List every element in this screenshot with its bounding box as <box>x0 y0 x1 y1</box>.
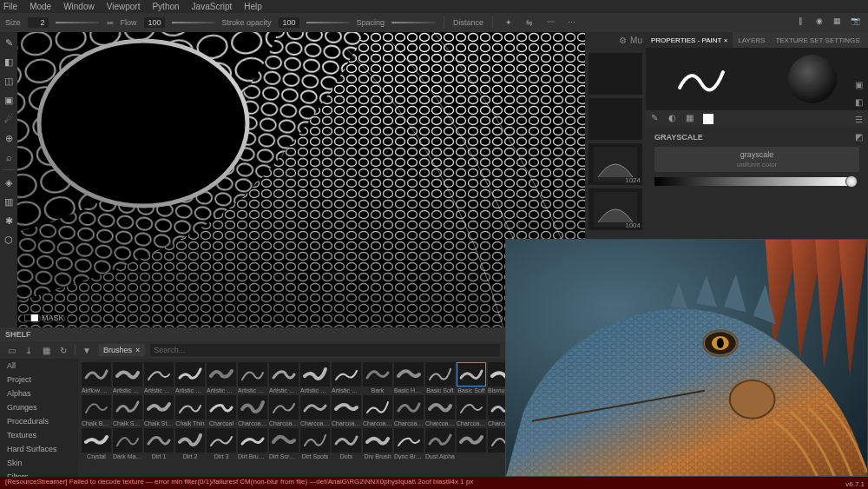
shelf-category-grunges[interactable]: Grunges <box>0 400 78 414</box>
dock4-icon[interactable]: ◩ <box>855 132 865 142</box>
brush-item[interactable]: Chalk Thin <box>175 395 205 426</box>
shelf-category-hard-surfaces[interactable]: Hard Surfaces <box>0 442 78 456</box>
channel-thumb-2[interactable] <box>589 98 642 140</box>
menu-mode[interactable]: Mode <box>30 2 51 11</box>
menu-javascript[interactable]: JavaScript <box>192 2 233 11</box>
brush-item[interactable]: Chalk Strong <box>144 395 174 426</box>
lazy-mouse-icon[interactable]: 〰 <box>543 16 557 30</box>
brush-item[interactable]: Charcoal Sh... <box>425 395 455 426</box>
color-checkbox-icon[interactable] <box>703 114 713 124</box>
brush-item[interactable]: Crystal <box>82 428 111 459</box>
brush-item[interactable]: Bark <box>363 362 392 393</box>
brush-item[interactable]: Dirt 3 <box>207 428 236 459</box>
brush-tool-icon[interactable]: ✎ <box>2 36 16 50</box>
link-icon[interactable]: ⫘ <box>106 18 114 27</box>
brush-item[interactable]: Basic Hard <box>394 362 424 393</box>
brush-item[interactable]: Charcoal Li... <box>269 395 299 426</box>
brush-item[interactable]: Charcoal Wi... <box>488 395 505 426</box>
tab-properties-paint[interactable]: PROPERTIES - PAINT × <box>646 32 733 48</box>
smudge-tool-icon[interactable]: ☄ <box>2 112 16 126</box>
brush-item[interactable]: Charcoal Li... <box>300 395 330 426</box>
channel-thumb-4[interactable]: 1004 <box>589 188 642 230</box>
brush-item[interactable]: Artistic Print <box>207 362 236 393</box>
menu-help[interactable]: Help <box>244 2 262 11</box>
brush-item[interactable]: Chalk Bumpy <box>82 395 111 426</box>
picker-tool-icon[interactable]: ⌕ <box>2 150 16 164</box>
viewport-3d[interactable] <box>17 32 585 327</box>
dock3-icon[interactable]: ☰ <box>855 115 865 125</box>
render-icon[interactable]: ▦ <box>833 17 845 29</box>
fill-tool-icon[interactable]: ▣ <box>2 93 16 107</box>
menu-file[interactable]: File <box>3 2 17 11</box>
brush-item[interactable]: Artistic Flan... <box>144 362 174 393</box>
brush-item[interactable]: Bismuth Bru... <box>488 362 505 393</box>
opacity-slider[interactable] <box>306 22 350 23</box>
brush-item[interactable]: Dirt 1 <box>144 428 174 459</box>
brush-item[interactable]: Dirt Brushed <box>238 428 267 459</box>
flow-value[interactable]: 100 <box>144 17 165 28</box>
reload-icon[interactable]: ↻ <box>57 344 69 356</box>
import-icon[interactable]: ⤓ <box>23 344 35 356</box>
brush-item[interactable]: Artistic Har... <box>175 362 205 393</box>
symmetry-icon[interactable]: ✦ <box>502 16 516 30</box>
camera-icon[interactable]: 📷 <box>851 17 863 29</box>
size-value[interactable]: 2 <box>28 17 49 28</box>
opacity-value[interactable]: 100 <box>279 17 299 28</box>
brush-item[interactable]: Dark Marbles <box>113 428 142 459</box>
shelf-category-procedurals[interactable]: Procedurals <box>0 414 78 428</box>
channel-settings-icon[interactable]: ⚙ <box>619 36 627 50</box>
brush-item[interactable]: Artistic Soft <box>332 362 361 393</box>
brush-item[interactable]: Dirt Scratch <box>269 428 299 459</box>
channel-mute-icon[interactable]: Mu <box>630 36 642 50</box>
reference-image-panel[interactable] <box>505 239 868 477</box>
shelf-category-textures[interactable]: Textures <box>0 428 78 442</box>
misc-tool-icon[interactable]: ⬡ <box>2 233 16 247</box>
more-icon[interactable]: ⋯ <box>564 16 578 30</box>
shelf-category-project[interactable]: Project <box>0 373 78 387</box>
tab-display-settings[interactable]: DISPLAY SETTINGS <box>865 32 868 48</box>
shelf-category-filters[interactable]: Filters <box>0 470 78 477</box>
brush-item[interactable]: Dync Brushed <box>394 428 424 459</box>
tab-texture-set[interactable]: TEXTURE SET SETTINGS <box>770 32 865 48</box>
brush-item[interactable]: Dirt Spots <box>300 428 330 459</box>
brush-item[interactable]: Artistic Soft <box>300 362 330 393</box>
brush-item[interactable]: Airflow Wipe <box>82 362 111 393</box>
close-icon[interactable]: × <box>724 36 728 44</box>
spacing-slider[interactable] <box>391 22 435 23</box>
shelf-tab-brushes[interactable]: Brushes× <box>98 344 145 356</box>
channel-thumb-1[interactable] <box>589 53 642 95</box>
brush-item[interactable]: Charcoal M... <box>332 395 361 426</box>
stencil-mode-icon[interactable]: ▦ <box>686 113 698 125</box>
dock1-icon[interactable]: ▣ <box>855 80 865 90</box>
brush-item[interactable]: Basic Soft <box>425 362 455 393</box>
brush-item[interactable]: Artistic Sha... <box>238 362 267 393</box>
size-slider[interactable] <box>56 22 99 23</box>
mirror-icon[interactable]: ⇋ <box>523 16 536 30</box>
brush-item[interactable]: Dirt 2 <box>175 428 205 459</box>
brush-item[interactable]: Charcoal Fine <box>238 395 267 426</box>
material-tool-icon[interactable]: ◈ <box>2 175 16 189</box>
shelf-category-all[interactable]: All <box>0 359 78 373</box>
shelf-category-alphas[interactable]: Alphas <box>0 387 78 400</box>
folder-icon[interactable]: ▭ <box>5 344 17 356</box>
brush-item[interactable]: Charcoal M... <box>363 395 392 426</box>
view-icon[interactable]: ▦ <box>40 344 52 356</box>
filter-icon[interactable]: ▼ <box>81 344 93 356</box>
brush-item[interactable]: Dots <box>332 428 361 459</box>
tab-layers[interactable]: LAYERS <box>733 32 770 48</box>
brush-item[interactable]: Basic Soft <box>457 362 486 393</box>
brush-item[interactable]: Dry Brush <box>363 428 392 459</box>
brush-item[interactable]: Artistic Soft <box>269 362 299 393</box>
clone-tool-icon[interactable]: ⊕ <box>2 131 16 145</box>
grayscale-mode[interactable]: grayscale <box>740 150 774 159</box>
brush-item[interactable] <box>457 428 486 459</box>
brush-mode-icon[interactable]: ✎ <box>651 113 663 125</box>
uv-tool-icon[interactable]: ▥ <box>2 195 16 208</box>
brush-item[interactable]: Dust Alpha <box>425 428 455 459</box>
close-icon[interactable]: × <box>135 346 140 354</box>
pause-icon[interactable]: ‖ <box>799 17 811 29</box>
channel-thumb-3[interactable]: 1024 <box>589 143 642 185</box>
menu-window[interactable]: Window <box>63 2 95 11</box>
alpha-mode-icon[interactable]: ◐ <box>668 113 681 125</box>
dock2-icon[interactable]: ◧ <box>855 97 865 108</box>
